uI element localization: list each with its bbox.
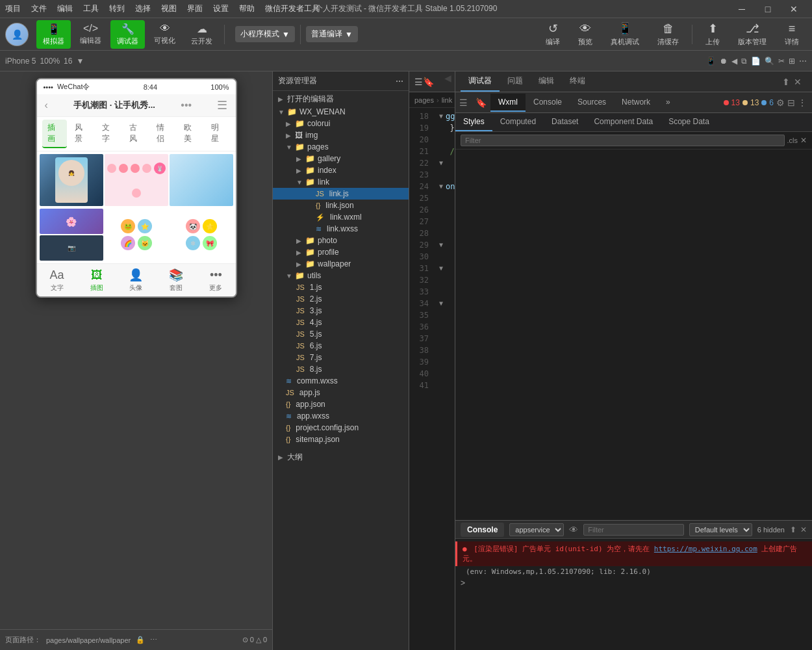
tree-link-json[interactable]: {} link.json <box>273 200 409 211</box>
devtools-tab-edit[interactable]: 编辑 <box>531 72 562 92</box>
phone-icon[interactable]: 📱 <box>706 57 716 66</box>
tree-root[interactable]: ▼ 📁 WX_WENAN <box>273 106 409 118</box>
image-cell-stickers[interactable]: 🐸 ⭐ 🌈 🐱 <box>105 209 168 261</box>
menu-item-settings[interactable]: 设置 <box>213 3 229 14</box>
style-tab-styles[interactable]: Styles <box>455 113 492 131</box>
menu-item-goto[interactable]: 转到 <box>109 3 125 14</box>
devtools-settings-icon[interactable]: ⚙ <box>776 98 785 108</box>
tree-index[interactable]: ▶ 📁 index <box>273 164 409 176</box>
scissors-icon[interactable]: ✂ <box>778 57 785 66</box>
more-icon[interactable]: ⋯ <box>799 57 807 66</box>
phone-back-icon[interactable]: ‹ <box>45 99 48 111</box>
editor-button[interactable]: </> 编辑器 <box>73 20 108 48</box>
menu-item-help[interactable]: 帮助 <box>239 3 255 14</box>
filter-input[interactable] <box>461 135 785 146</box>
tree-utils-8[interactable]: JS 8.js <box>273 363 409 375</box>
style-tab-component-data[interactable]: Component Data <box>586 113 661 131</box>
tree-gallery[interactable]: ▶ 📁 gallery <box>273 153 409 164</box>
menu-item-edit[interactable]: 编辑 <box>57 3 73 14</box>
phone-tab-illustration[interactable]: 插画 <box>42 120 67 148</box>
upload-button[interactable]: ⬆ 上传 <box>698 19 728 49</box>
phone-menu-icon[interactable]: ☰ <box>217 98 227 112</box>
tree-utils-1[interactable]: JS 1.js <box>273 281 409 293</box>
tree-utils[interactable]: ▼ 📁 utils <box>273 270 409 281</box>
phone-tab-ancient[interactable]: 古风 <box>124 120 149 148</box>
tree-comm-wxss[interactable]: ≋ comm.wxss <box>273 375 409 387</box>
image-cell-blue[interactable] <box>170 154 233 206</box>
tree-pages[interactable]: ▼ 📁 pages <box>273 141 409 153</box>
tree-project-config[interactable]: {} project.config.json <box>273 422 409 434</box>
code-content[interactable]: ▼ gglist: [] }, /** <box>433 108 455 650</box>
style-tab-computed[interactable]: Computed <box>492 113 544 131</box>
tree-img[interactable]: ▶ 🖼 img <box>273 129 409 141</box>
file-panel-more[interactable]: ⋯ <box>396 77 403 86</box>
devtools-tab-debugger[interactable]: 调试器 <box>461 72 500 92</box>
console-service-select[interactable]: appservice <box>509 523 564 536</box>
style-tab-dataset[interactable]: Dataset <box>544 113 586 131</box>
tree-utils-6[interactable]: JS 6.js <box>273 340 409 352</box>
phone-tab-star[interactable]: 明星 <box>206 120 231 148</box>
search-icon[interactable]: 🔍 <box>765 57 774 66</box>
cloud-button[interactable]: ☁ 云开发 <box>184 20 219 49</box>
devtools-subtab-wxml[interactable]: Wxml <box>490 94 526 112</box>
console-filter-input[interactable] <box>583 524 683 536</box>
file-icon[interactable]: 📄 <box>751 57 761 66</box>
filter-close-icon[interactable]: ✕ <box>800 136 807 145</box>
close-button[interactable]: ✕ <box>781 0 807 18</box>
console-level-select[interactable]: Default levels <box>689 523 752 536</box>
tree-link-wxss[interactable]: ≋ link.wxss <box>273 223 409 235</box>
phone-bottom-set[interactable]: 📚 套图 <box>169 268 183 292</box>
devtools-subtab-network[interactable]: Network <box>614 94 658 112</box>
devtools-tab-problems[interactable]: 问题 <box>500 72 531 92</box>
phone-tab-landscape[interactable]: 风景 <box>70 120 94 148</box>
tree-link-js[interactable]: JS link.js <box>273 188 409 200</box>
phone-bottom-more[interactable]: ••• 更多 <box>209 268 222 292</box>
devtools-close-icon[interactable]: ✕ <box>794 77 802 87</box>
tree-profile[interactable]: ▶ 📁 profile <box>273 246 409 258</box>
tree-sitemap[interactable]: {} sitemap.json <box>273 434 409 445</box>
image-cell-stickers2[interactable]: 🐼 ⭐ ❄ 🎀 <box>170 209 233 261</box>
compile-mode-dropdown[interactable]: 普通编译 ▼ <box>306 26 358 42</box>
devtools-subtabs-icon2[interactable]: ⊟ <box>787 98 795 108</box>
sim-footer-more[interactable]: ⋯ <box>150 636 157 644</box>
back-icon[interactable]: ◀ <box>731 57 737 66</box>
record-icon[interactable]: ⏺ <box>720 57 728 66</box>
phone-more-icon[interactable]: ••• <box>181 99 192 111</box>
hamburger-icon[interactable]: ☰ <box>414 77 423 87</box>
phone-bottom-avatar[interactable]: 👤 头像 <box>129 268 143 292</box>
image-cell-dark[interactable]: 📷 <box>40 235 103 261</box>
console-input-arrow[interactable]: > <box>455 577 812 589</box>
breadcrumb-link[interactable]: link <box>442 96 453 104</box>
tree-wallpaper[interactable]: ▶ 📁 wallpaper <box>273 258 409 270</box>
devtools-subtabs-icon[interactable]: ☰ <box>455 98 472 108</box>
phone-bottom-illustration[interactable]: 🖼 插图 <box>90 268 103 292</box>
cls-button[interactable]: .cls <box>787 136 798 144</box>
simulator-button[interactable]: 📱 模拟器 <box>36 20 71 49</box>
tree-app-json[interactable]: {} app.json <box>273 398 409 410</box>
devtools-expand-icon[interactable]: ⬆ <box>782 77 790 87</box>
tree-utils-7[interactable]: JS 7.js <box>273 352 409 363</box>
detail-button[interactable]: ≡ 详情 <box>777 20 807 49</box>
nav-back-icon[interactable]: ◀ <box>442 72 454 92</box>
tree-open-editors[interactable]: ▶ 打开的编辑器 <box>273 92 409 106</box>
menu-item-project[interactable]: 项目 <box>5 3 21 14</box>
tree-link[interactable]: ▼ 📁 link <box>273 176 409 188</box>
console-expand-icon[interactable]: ⬆ <box>790 525 796 534</box>
clear-cache-button[interactable]: 🗑 清缓存 <box>650 20 687 49</box>
phone-bottom-text[interactable]: Aa 文字 <box>49 268 64 292</box>
console-eye-icon[interactable]: 👁 <box>569 525 578 535</box>
tree-utils-5[interactable]: JS 5.js <box>273 328 409 340</box>
menu-item-file[interactable]: 文件 <box>31 3 47 14</box>
phone-tab-text[interactable]: 文字 <box>97 120 121 148</box>
devtools-subtab-more[interactable]: » <box>658 94 678 112</box>
debugger-button[interactable]: 🔧 调试器 <box>110 20 145 49</box>
tree-link-wxml[interactable]: ⚡ link.wxml <box>273 211 409 223</box>
visual-button[interactable]: 👁 可视化 <box>147 20 182 48</box>
style-tab-scope-data[interactable]: Scope Data <box>661 113 717 131</box>
devtools-more-icon[interactable]: ⋮ <box>798 98 807 108</box>
tree-app-wxss[interactable]: ≋ app.wxss <box>273 410 409 422</box>
menu-item-wechat[interactable]: 微信开发者工具 <box>265 3 320 14</box>
devtools-subtab-sources[interactable]: Sources <box>570 94 614 112</box>
tree-colorui[interactable]: ▶ 📁 colorui <box>273 118 409 129</box>
grid-icon[interactable]: ⊞ <box>789 57 795 66</box>
